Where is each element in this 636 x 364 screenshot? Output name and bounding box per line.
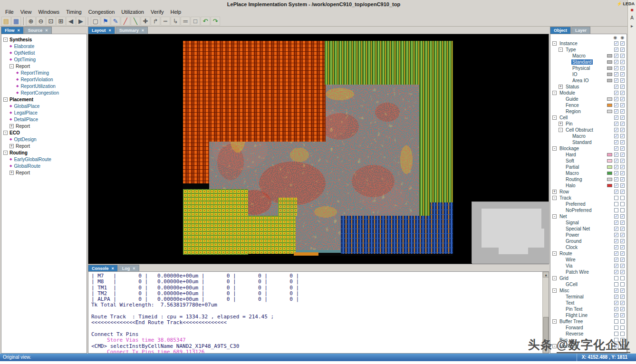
selectable-checkbox[interactable] — [620, 326, 625, 330]
expander-icon[interactable]: + — [10, 144, 14, 148]
zoom-in-button[interactable]: ⊕ — [26, 17, 36, 26]
selectable-checkbox[interactable] — [620, 153, 625, 157]
object-tree-item[interactable]: Guide — [550, 96, 626, 102]
expander-icon[interactable]: + — [10, 171, 14, 175]
visibility-column-icon[interactable]: ◉ — [613, 35, 617, 40]
flow-tree-item[interactable]: - Report — [1, 63, 87, 69]
flow-tree-item[interactable]: GlobalPlace — [1, 103, 87, 109]
selectable-checkbox[interactable] — [620, 97, 625, 101]
visible-checkbox[interactable] — [614, 128, 618, 132]
create-marker-button[interactable]: ⚑ — [101, 17, 110, 26]
tab[interactable]: Log × — [118, 265, 139, 272]
selectable-checkbox[interactable] — [620, 177, 625, 182]
selectable-checkbox[interactable] — [620, 48, 625, 52]
visible-checkbox[interactable] — [614, 202, 618, 206]
selectable-checkbox[interactable] — [620, 251, 625, 256]
save-button[interactable]: ▦ — [11, 17, 21, 26]
visible-checkbox[interactable] — [614, 313, 618, 317]
visible-checkbox[interactable] — [614, 295, 618, 299]
zoom-fit-button[interactable]: ⊞ — [56, 17, 66, 26]
visible-checkbox[interactable] — [614, 122, 618, 126]
visible-checkbox[interactable] — [614, 233, 618, 237]
visible-checkbox[interactable] — [614, 91, 618, 95]
dash-style-button[interactable]: ┅ — [161, 17, 170, 26]
object-tree-item[interactable]: Wire — [550, 257, 626, 263]
object-tree-item[interactable]: Standard — [550, 139, 626, 145]
selectable-checkbox[interactable] — [620, 183, 625, 188]
visible-checkbox[interactable] — [614, 159, 618, 163]
visible-checkbox[interactable] — [614, 319, 618, 324]
report-document-button[interactable]: □ — [191, 17, 200, 26]
selectable-checkbox[interactable] — [620, 264, 625, 268]
object-tree-item[interactable]: Flight Line — [550, 312, 626, 318]
visible-checkbox[interactable] — [614, 282, 618, 287]
object-tree-item[interactable]: - Instance — [550, 40, 626, 47]
object-tree-item[interactable]: GCell — [550, 281, 626, 287]
flow-tree-item[interactable]: ReportViolation — [1, 76, 87, 83]
selectable-checkbox[interactable] — [620, 276, 625, 280]
selectable-checkbox[interactable] — [620, 128, 625, 132]
expander-icon[interactable]: - — [552, 319, 557, 324]
object-tree-item[interactable]: Special Net — [550, 226, 626, 232]
visible-checkbox[interactable] — [614, 134, 618, 138]
selectable-checkbox[interactable] — [620, 122, 625, 126]
stop-red-icon[interactable]: ■ — [630, 8, 633, 12]
object-tree-item[interactable]: - Cell Obstruct — [550, 127, 626, 133]
redo-button[interactable]: ↷ — [211, 17, 220, 26]
selectable-checkbox[interactable] — [620, 313, 625, 317]
selectable-checkbox[interactable] — [620, 196, 625, 200]
object-tree-item[interactable]: Clock — [550, 244, 626, 250]
tab[interactable]: Layout × — [88, 27, 115, 34]
flow-tree-item[interactable]: DetailPlace — [1, 116, 87, 123]
object-tree-item[interactable]: Preferred — [550, 201, 626, 207]
scroll-up-icon[interactable]: ▲ — [543, 272, 549, 278]
visible-checkbox[interactable] — [614, 227, 618, 231]
object-tree-item[interactable]: Physical — [550, 65, 626, 71]
object-tree-item[interactable]: Halo — [550, 182, 626, 189]
visible-checkbox[interactable] — [614, 239, 618, 243]
visible-checkbox[interactable] — [614, 276, 618, 280]
console-output[interactable]: ▲ ▼ | M7 | 0 | 0.00000e+00um | 0 | 0 | 0… — [88, 271, 549, 354]
selectable-checkbox[interactable] — [620, 258, 625, 262]
object-tree-item[interactable]: - Blockage — [550, 145, 626, 152]
expander-icon[interactable]: - — [552, 196, 557, 200]
object-tree-item[interactable]: Macro — [550, 170, 626, 176]
menu-item[interactable]: Timing — [63, 9, 85, 16]
object-tree-item[interactable]: Macro — [550, 133, 626, 139]
selectable-checkbox[interactable] — [620, 115, 625, 120]
edit-wire-button[interactable]: ✎ — [111, 17, 120, 26]
selectable-checkbox[interactable] — [620, 227, 625, 231]
open-button[interactable]: ▤ — [1, 17, 11, 26]
flow-tree-item[interactable]: EarlyGlobalRoute — [1, 156, 87, 163]
visible-checkbox[interactable] — [614, 288, 618, 293]
object-tree-item[interactable]: Patch Wire — [550, 269, 626, 275]
object-tree-item[interactable]: Via — [550, 263, 626, 269]
object-tree-item[interactable]: - Route — [550, 250, 626, 257]
selectable-checkbox[interactable] — [620, 245, 625, 249]
object-tree-item[interactable]: Forward — [550, 325, 626, 331]
visible-checkbox[interactable] — [614, 54, 618, 58]
probe-button[interactable]: ✚ — [141, 17, 150, 26]
visible-checkbox[interactable] — [614, 66, 618, 70]
visible-checkbox[interactable] — [614, 146, 618, 151]
visible-checkbox[interactable] — [614, 109, 618, 114]
tab-close-icon[interactable]: × — [45, 28, 48, 33]
visible-checkbox[interactable] — [614, 301, 618, 305]
selectability-column-icon[interactable]: ◉ — [620, 35, 624, 40]
expander-icon[interactable]: + — [559, 122, 563, 126]
route-up-button[interactable]: ↱ — [151, 17, 160, 26]
selectable-checkbox[interactable] — [620, 146, 625, 151]
flow-tree-item[interactable]: - Synthesis — [1, 36, 87, 43]
visible-checkbox[interactable] — [614, 78, 618, 83]
selectable-checkbox[interactable] — [620, 208, 625, 212]
selectable-checkbox[interactable] — [620, 214, 625, 219]
visible-checkbox[interactable] — [614, 72, 618, 77]
selectable-checkbox[interactable] — [620, 66, 625, 70]
object-tree-item[interactable]: Terminal — [550, 294, 626, 300]
select-region-button[interactable]: ▢ — [91, 17, 100, 26]
object-tree-item[interactable]: Macro — [550, 53, 626, 59]
selectable-checkbox[interactable] — [620, 307, 625, 311]
flow-tree-item[interactable]: - Placement — [1, 96, 87, 103]
expander-icon[interactable]: - — [3, 131, 8, 135]
flow-tree-item[interactable]: ReportUtilization — [1, 83, 87, 89]
